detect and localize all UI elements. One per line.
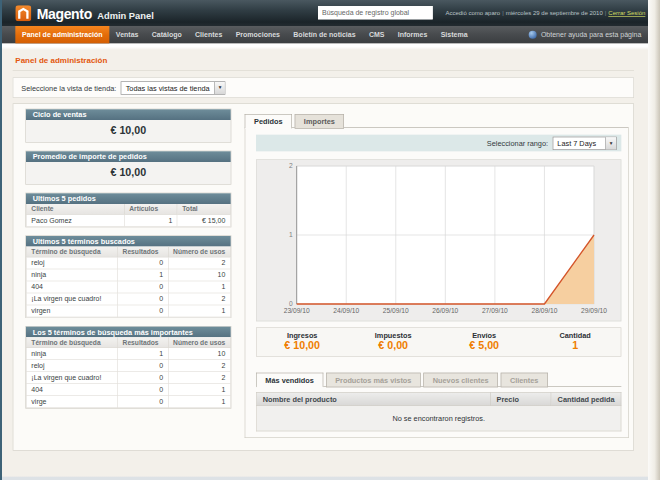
nav-item[interactable]: Clientes bbox=[188, 26, 229, 43]
table-row[interactable]: 40401 bbox=[26, 384, 230, 396]
table-row[interactable]: ¡La virgen que cuadro!02 bbox=[26, 372, 230, 384]
table-cell: 2 bbox=[168, 360, 230, 372]
chevron-down-icon: ▼ bbox=[605, 137, 616, 149]
table-cell: virge bbox=[26, 396, 117, 408]
column-header: Precio bbox=[490, 392, 551, 405]
total-ingresos: Ingresos€ 10,00 bbox=[257, 331, 348, 352]
widget-table: Término de búsquedaResultadosNúmero de u… bbox=[26, 247, 231, 318]
table-cell: 0 bbox=[118, 293, 168, 305]
grid-tab[interactable]: Nuevos clientes bbox=[423, 372, 498, 387]
grid-tab[interactable]: Clientes bbox=[501, 372, 548, 387]
nav-item[interactable]: Sistema bbox=[434, 26, 474, 43]
total-label: Cantidad bbox=[530, 331, 621, 339]
table-cell: 2 bbox=[168, 293, 230, 305]
table-cell: ¡La virgen que cuadro! bbox=[26, 372, 117, 384]
table-row[interactable]: virge01 bbox=[26, 396, 230, 408]
help-link[interactable]: Obtener ayuda para esta página bbox=[529, 26, 641, 43]
table-cell: 0 bbox=[118, 396, 168, 408]
range-select[interactable]: Last 7 Days ▼ bbox=[553, 136, 617, 149]
table-cell: 1 bbox=[118, 269, 168, 281]
tab-pedidos[interactable]: Pedidos bbox=[245, 114, 292, 129]
column-header: Término de búsqueda bbox=[26, 337, 117, 347]
grid-tabs: Más vendidosProductos más vistosNuevos c… bbox=[256, 371, 621, 386]
header-date: miércoles 29 de septiembre de 2010 bbox=[506, 10, 603, 17]
store-view-label: Seleccione la vista de tienda: bbox=[21, 84, 116, 92]
widget-value: € 10,00 bbox=[26, 162, 231, 184]
table-row[interactable]: ¡La virgen que cuadro!02 bbox=[26, 293, 230, 305]
widget-title: Ultimos 5 términos buscados bbox=[26, 236, 231, 247]
svg-text:1: 1 bbox=[289, 231, 293, 238]
total-cantidad: Cantidad1 bbox=[530, 331, 621, 352]
svg-text:29/09/10: 29/09/10 bbox=[581, 307, 607, 314]
admin-page: MagentoAdmin Panel Accedió como aparo|mi… bbox=[2, 0, 648, 477]
table-row[interactable]: virgen01 bbox=[26, 305, 230, 317]
logged-in-as: Accedió como aparo bbox=[445, 10, 500, 17]
table-cell: 0 bbox=[118, 372, 168, 384]
products-table: Nombre del productoPrecioCantidad pedida… bbox=[256, 392, 621, 431]
nav-item[interactable]: Ventas bbox=[109, 26, 145, 43]
table-row[interactable]: 40401 bbox=[26, 281, 230, 293]
table-cell: Paco Gomez bbox=[26, 214, 124, 226]
tab-importes[interactable]: Importes bbox=[295, 114, 345, 129]
table-cell: virgen bbox=[26, 305, 117, 317]
table-row[interactable]: reloj02 bbox=[26, 360, 230, 372]
table-cell: reloj bbox=[26, 360, 117, 372]
global-search-input[interactable] bbox=[318, 6, 433, 19]
svg-text:2: 2 bbox=[289, 162, 293, 169]
header-user-info: Accedió como aparo|miércoles 29 de septi… bbox=[445, 10, 645, 17]
nav-item[interactable]: Promociones bbox=[229, 26, 287, 43]
widget-table: ClienteArtículosTotalPaco Gomez1€ 15,00 bbox=[26, 204, 231, 227]
content: Panel de administración Seleccione la vi… bbox=[2, 43, 648, 476]
table-cell: ninja bbox=[26, 348, 117, 360]
table-cell: ¡La virgen que cuadro! bbox=[26, 293, 117, 305]
grid-tab[interactable]: Productos más vistos bbox=[326, 372, 421, 387]
table-cell: 0 bbox=[118, 384, 168, 396]
nav-item[interactable]: Catálogo bbox=[145, 26, 188, 43]
table-cell: 1 bbox=[168, 384, 230, 396]
nav-item[interactable]: Panel de administración bbox=[15, 26, 109, 43]
scrollbar-gutter[interactable] bbox=[648, 0, 660, 480]
total-value: € 0,00 bbox=[348, 340, 439, 352]
table-row[interactable]: reloj02 bbox=[26, 257, 230, 269]
nav-item[interactable]: Boletín de noticias bbox=[287, 26, 363, 43]
total-label: Ingresos bbox=[257, 331, 348, 339]
logout-link[interactable]: Cerrar Sesión bbox=[608, 10, 645, 17]
total-label: Envíos bbox=[439, 331, 530, 339]
range-bar: Seleccionar rango: Last 7 Days ▼ bbox=[256, 135, 621, 152]
brand-name: Magento bbox=[37, 6, 92, 21]
svg-text:27/09/10: 27/09/10 bbox=[482, 307, 508, 314]
nav-items: Panel de administraciónVentasCatálogoCli… bbox=[2, 26, 474, 43]
table-cell: reloj bbox=[26, 257, 117, 269]
store-view-value: Todas las vistas de tienda bbox=[122, 82, 215, 94]
widget: Ciclo de ventas€ 10,00 bbox=[25, 109, 231, 143]
table-cell: 0 bbox=[118, 360, 168, 372]
column-header: Término de búsqueda bbox=[26, 247, 117, 257]
magento-logo-icon bbox=[15, 5, 31, 21]
table-row[interactable]: ninja110 bbox=[26, 269, 230, 281]
table-cell: 1 bbox=[168, 281, 230, 293]
empty-message: No se encontraron registros. bbox=[256, 406, 621, 431]
nav-item[interactable]: CMS bbox=[362, 26, 391, 43]
svg-text:0: 0 bbox=[289, 300, 293, 307]
table-row[interactable]: ninja110 bbox=[26, 348, 230, 360]
table-cell: ninja bbox=[26, 269, 117, 281]
table-cell: 1 bbox=[124, 214, 177, 226]
table-cell: 1 bbox=[118, 348, 168, 360]
widget: Los 5 términos de búsqueda más important… bbox=[25, 326, 231, 409]
table-row[interactable]: Paco Gomez1€ 15,00 bbox=[26, 214, 230, 226]
store-view-bar: Seleccione la vista de tienda: Todas las… bbox=[13, 77, 634, 98]
column-header: Resultados bbox=[118, 337, 168, 347]
dashboard-wrapper: Ciclo de ventas€ 10,00Promedio de import… bbox=[13, 103, 634, 450]
table-cell: 10 bbox=[168, 348, 230, 360]
column-header: Artículos bbox=[124, 204, 177, 214]
help-label: Obtener ayuda para esta página bbox=[541, 31, 641, 39]
brand-suffix: Admin Panel bbox=[97, 10, 154, 21]
store-view-select[interactable]: Todas las vistas de tienda ▼ bbox=[121, 81, 226, 94]
table-cell: € 15,00 bbox=[177, 214, 230, 226]
total-value: 1 bbox=[530, 340, 621, 352]
left-column: Ciclo de ventas€ 10,00Promedio de import… bbox=[25, 109, 231, 417]
nav-item[interactable]: Informes bbox=[391, 26, 434, 43]
table-cell: 0 bbox=[118, 281, 168, 293]
page-left-border bbox=[0, 0, 2, 480]
grid-tab[interactable]: Más vendidos bbox=[256, 372, 323, 387]
